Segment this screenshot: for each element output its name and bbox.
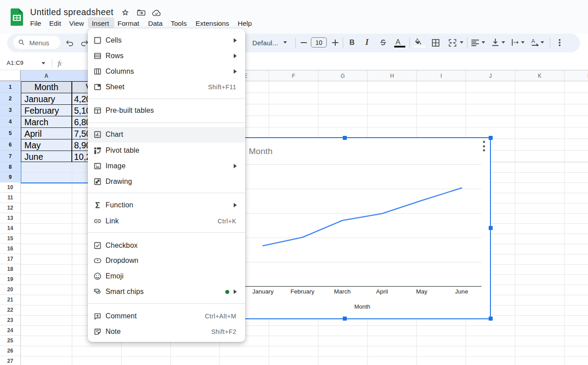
svg-text:A: A: [531, 38, 535, 44]
